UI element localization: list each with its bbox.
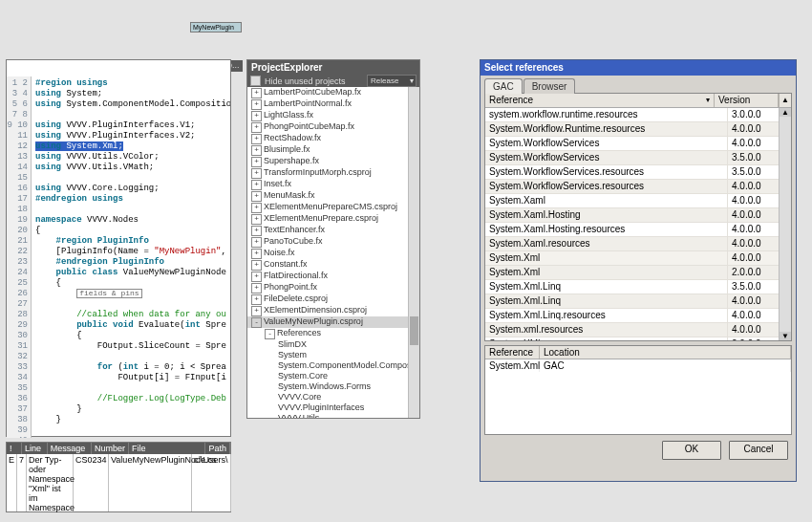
reference-grid-body[interactable]: system.workflow.runtime.resources3.0.0.0… [485, 108, 791, 340]
tree-scrollbar[interactable] [408, 87, 419, 418]
tree-item[interactable]: +PhongPoint.fx [247, 282, 419, 294]
project-tree[interactable]: +LambertPointCubeMap.fx+LambertPointNorm… [247, 87, 419, 418]
hide-unused-label: Hide unused projects [265, 76, 346, 86]
tree-expand-icon[interactable]: + [251, 99, 262, 110]
ok-button[interactable]: OK [662, 441, 721, 460]
tree-item[interactable]: +LightGlass.fx [247, 110, 419, 121]
tree-item[interactable]: +Supershape.fx [247, 156, 419, 167]
tree-item[interactable]: VVVV.Core [247, 392, 419, 402]
tree-item[interactable]: -References [247, 328, 419, 339]
reference-row[interactable]: System.Xml2.0.0.0 [485, 266, 791, 280]
reference-row[interactable]: System.Xml.Linq.resources4.0.0.0 [485, 309, 791, 323]
tree-expand-icon[interactable]: - [265, 329, 275, 339]
col-version[interactable]: Version [715, 94, 779, 107]
tree-expand-icon[interactable]: + [251, 168, 262, 179]
tree-expand-icon[interactable]: + [251, 122, 262, 133]
tree-expand-icon[interactable]: + [251, 226, 262, 236]
tree-expand-icon[interactable]: + [251, 191, 262, 202]
reference-row[interactable]: System.Xaml.Hosting4.0.0.0 [485, 208, 791, 223]
tree-item[interactable]: System.ComponentModel.Composition.Codepl… [247, 360, 419, 371]
tree-item[interactable]: +LambertPointCubeMap.fx [247, 87, 419, 98]
tree-item[interactable]: +RectShadow.fx [247, 133, 419, 144]
error-row[interactable]: E 7 Der Typ- oder Namespace "Xml" ist im… [7, 454, 230, 511]
tree-item[interactable]: +Noise.fx [247, 248, 419, 259]
cancel-button[interactable]: Cancel [729, 441, 788, 460]
tree-item[interactable]: +PanoToCube.fx [247, 236, 419, 248]
errcol-file[interactable]: File [129, 443, 205, 454]
tree-item[interactable]: +LambertPointNormal.fx [247, 98, 419, 110]
tree-expand-icon[interactable]: + [251, 306, 262, 316]
tree-expand-icon[interactable]: + [251, 260, 262, 271]
tree-item[interactable]: +TransformInputMorph.csproj [247, 167, 419, 179]
reference-row[interactable]: System.Xml.Linq4.0.0.0 [485, 294, 791, 309]
config-combo[interactable]: Release [367, 75, 417, 87]
reference-row[interactable]: System.WorkflowServices.resources3.5.0.0 [485, 165, 791, 180]
tree-expand-icon[interactable]: + [251, 111, 262, 121]
col-reference[interactable]: Reference [485, 94, 715, 107]
reference-row[interactable]: System.Xaml.resources4.0.0.0 [485, 237, 791, 251]
tree-item[interactable]: System [247, 350, 419, 360]
tree-item[interactable]: +MenuMask.fx [247, 190, 419, 202]
tree-expand-icon[interactable]: + [251, 157, 262, 167]
col-scroll-up-icon[interactable]: ▲ [779, 94, 791, 107]
tree-item[interactable]: +FileDelete.csproj [247, 294, 419, 305]
tree-expand-icon[interactable]: + [251, 180, 262, 190]
reference-row[interactable]: System.XML.resources2.0.0.0 [485, 337, 791, 340]
tree-expand-icon[interactable]: + [251, 203, 262, 213]
tree-expand-icon[interactable]: + [251, 134, 262, 144]
tree-item[interactable]: System.Core [247, 371, 419, 381]
tree-expand-icon[interactable]: + [251, 88, 262, 98]
errcol-number[interactable]: Number [92, 443, 129, 454]
grid-scrollbar[interactable] [779, 108, 791, 340]
tree-expand-icon[interactable]: - [251, 317, 262, 328]
code-line: { [35, 278, 230, 289]
plugin-tab[interactable]: MyNewPlugin [190, 22, 242, 33]
tree-item[interactable]: +PhongPointCubeMap.fx [247, 121, 419, 133]
tree-item[interactable]: +Constant.fx [247, 259, 419, 271]
tree-item[interactable]: +XElementMenuPrepareCMS.csproj [247, 202, 419, 213]
reference-row[interactable]: System.Xml.Linq3.5.0.0 [485, 280, 791, 294]
errcol-marker[interactable]: ! [7, 443, 22, 454]
errcol-path[interactable]: Path [205, 443, 230, 454]
reference-row[interactable]: System.xml.resources4.0.0.0 [485, 323, 791, 337]
project-explorer-title: ProjectExplorer [247, 60, 419, 75]
tree-item[interactable]: +XElementMenuPrepare.csproj [247, 213, 419, 225]
lower-col-location[interactable]: Location [540, 346, 791, 359]
reference-row[interactable]: System.WorkflowServices4.0.0.0 [485, 137, 791, 151]
tree-item[interactable]: VVVV.Utils [247, 413, 419, 418]
tree-expand-icon[interactable]: + [251, 214, 262, 225]
tab-gac[interactable]: GAC [484, 78, 523, 94]
tree-item[interactable]: +Blusimple.fx [247, 144, 419, 156]
tree-expand-icon[interactable]: + [251, 283, 262, 294]
tree-item[interactable]: +XElementDimension.csproj [247, 305, 419, 316]
errcol-message[interactable]: Message [48, 443, 92, 454]
line-gutter: 1 2 3 4 5 6 7 8 9 10 11 12 13 14 15 16 1… [7, 76, 32, 438]
reference-row[interactable]: System.Xaml4.0.0.0 [485, 194, 791, 208]
tab-browser[interactable]: Browser [524, 78, 576, 94]
code-line [35, 110, 230, 120]
reference-row[interactable]: System.Workflow.Runtime.resources4.0.0.0 [485, 122, 791, 137]
tree-item[interactable]: System.Windows.Forms [247, 381, 419, 392]
tree-expand-icon[interactable]: + [251, 249, 262, 259]
hide-unused-checkbox[interactable]: ✓ [250, 76, 261, 86]
tree-item[interactable]: +TextEnhancer.fx [247, 225, 419, 236]
code-area[interactable]: #region usingsusing System;using System.… [32, 76, 230, 438]
reference-row[interactable]: System.Xml4.0.0.0 [485, 251, 791, 266]
reference-row[interactable]: System.Xaml.Hosting.resources4.0.0.0 [485, 223, 791, 237]
tree-expand-icon[interactable]: + [251, 145, 262, 156]
tree-item[interactable]: +Inset.fx [247, 179, 419, 190]
reference-row[interactable]: System.WorkflowServices3.5.0.0 [485, 151, 791, 165]
code-line: [PluginInfo(Name = "MyNewPlugin", [35, 247, 230, 257]
errcol-line[interactable]: Line [22, 443, 48, 454]
selected-reference-row[interactable]: System.Xml GAC [485, 359, 791, 372]
tree-expand-icon[interactable]: + [251, 294, 262, 305]
tree-item[interactable]: -ValueMyNewPlugin.csproj [247, 316, 419, 328]
reference-row[interactable]: System.WorkflowServices.resources4.0.0.0 [485, 180, 791, 194]
lower-col-reference[interactable]: Reference [485, 346, 540, 359]
reference-row[interactable]: system.workflow.runtime.resources3.0.0.0 [485, 108, 791, 122]
tree-expand-icon[interactable]: + [251, 272, 262, 282]
tree-item[interactable]: +FlatDirectional.fx [247, 271, 419, 282]
tree-item[interactable]: SlimDX [247, 339, 419, 350]
tree-item[interactable]: VVVV.PluginInterfaces [247, 402, 419, 413]
tree-expand-icon[interactable]: + [251, 237, 262, 248]
